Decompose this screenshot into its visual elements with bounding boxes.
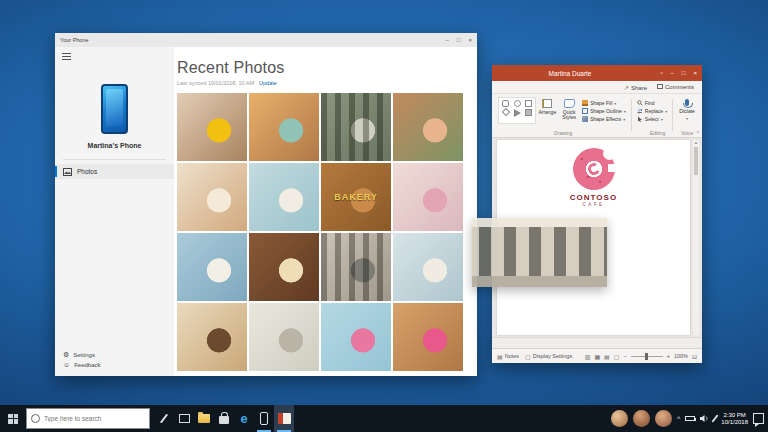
photo-bakery-interior[interactable] xyxy=(393,233,463,301)
hamburger-menu-icon[interactable] xyxy=(62,53,71,60)
ribbon-display-options-icon[interactable]: ▫ xyxy=(660,70,662,76)
your-phone-content: Recent Photos Last synced 10/01/2018, 10… xyxy=(174,47,477,376)
battery-icon[interactable] xyxy=(685,416,695,421)
your-phone-window: Your Phone – □ × Martina's Phone xyxy=(55,33,477,376)
shape-rounded-rect-icon[interactable] xyxy=(502,100,509,107)
normal-view-icon[interactable]: ▥ xyxy=(585,353,591,360)
sidebar-item-feedback[interactable]: ☺ Feedback xyxy=(55,361,174,368)
taskbar-clock[interactable]: 2:30 PM 10/1/2018 xyxy=(721,412,748,426)
start-button[interactable] xyxy=(0,405,26,432)
ribbon-group-divider xyxy=(631,99,632,131)
maximize-icon[interactable]: □ xyxy=(457,37,461,43)
zoom-slider[interactable] xyxy=(631,356,663,357)
fit-slide-icon[interactable]: ⊡ xyxy=(692,353,697,360)
shapes-gallery[interactable] xyxy=(498,97,536,124)
update-link[interactable]: Update xyxy=(259,80,277,86)
share-icon: ↗ xyxy=(624,85,629,91)
minimize-icon[interactable]: – xyxy=(446,37,449,43)
display-settings-button[interactable]: ▢ Display Settings xyxy=(525,353,572,360)
photo-cheesecake[interactable] xyxy=(177,233,247,301)
photo-baking-eggs[interactable] xyxy=(177,303,247,371)
photo-pink-donuts[interactable] xyxy=(393,163,463,231)
photo-flower-field[interactable] xyxy=(249,93,319,161)
action-center-icon[interactable] xyxy=(753,413,764,424)
photo-family-selfie[interactable] xyxy=(393,93,463,161)
cursor-icon xyxy=(637,116,643,122)
zoom-out-icon[interactable]: − xyxy=(623,353,626,359)
photo-dog-with-ball[interactable] xyxy=(177,93,247,161)
ribbon-group-drawing: Drawing xyxy=(554,130,572,136)
minimize-icon[interactable]: – xyxy=(671,70,674,76)
slide-sorter-icon[interactable]: ▦ xyxy=(594,353,600,360)
task-view-button[interactable] xyxy=(174,405,194,432)
ribbon-group-editing: Editing xyxy=(650,130,665,136)
search-input[interactable] xyxy=(44,415,139,422)
photo-cupcakes[interactable] xyxy=(249,233,319,301)
find-button[interactable]: Find xyxy=(637,100,667,106)
brand-subtitle: CAFE xyxy=(544,202,644,207)
photo-baking-flatlay[interactable] xyxy=(249,163,319,231)
powerpoint-taskbar-button[interactable] xyxy=(274,405,294,432)
shape-filled-icon[interactable] xyxy=(525,109,532,116)
people-avatar[interactable] xyxy=(655,410,672,427)
replace-button[interactable]: Replace ▾ xyxy=(637,108,667,114)
photo-two-donuts[interactable] xyxy=(321,303,391,371)
file-explorer-button[interactable] xyxy=(194,405,214,432)
select-button[interactable]: Select ▾ xyxy=(637,116,667,122)
tray-pen-icon[interactable] xyxy=(712,414,719,422)
close-icon[interactable]: × xyxy=(468,37,472,43)
photo-bakery-sign[interactable]: BAKERY xyxy=(321,163,391,231)
photo-feet-on-log[interactable] xyxy=(321,93,391,161)
windows-ink-button[interactable] xyxy=(154,405,174,432)
people-avatar[interactable] xyxy=(611,410,628,427)
show-hidden-icons-chevron[interactable]: ^ xyxy=(677,415,680,423)
photo-kitchen-tools[interactable] xyxy=(249,303,319,371)
device-name: Martina's Phone xyxy=(55,142,174,149)
volume-icon[interactable] xyxy=(700,414,709,423)
reading-view-icon[interactable]: ▤ xyxy=(604,353,610,360)
microsoft-store-button[interactable] xyxy=(214,405,234,432)
your-phone-titlebar[interactable]: Your Phone – □ × xyxy=(55,33,477,47)
maximize-icon[interactable]: □ xyxy=(682,70,686,76)
shape-arrow-icon[interactable] xyxy=(514,109,521,117)
scrollbar-thumb[interactable] xyxy=(694,147,698,175)
close-icon[interactable]: × xyxy=(693,70,697,76)
replace-icon xyxy=(637,108,643,114)
your-phone-window-title: Your Phone xyxy=(60,37,89,43)
task-view-icon xyxy=(179,414,190,423)
vertical-scrollbar[interactable]: ▲ xyxy=(693,140,699,335)
your-phone-taskbar-button[interactable] xyxy=(254,405,274,432)
shape-fill-button[interactable]: Shape Fill ▾ xyxy=(582,100,626,106)
comments-button[interactable]: Comments xyxy=(657,84,694,90)
dragged-photo-cafe-storefront[interactable] xyxy=(472,218,607,287)
shape-effects-button[interactable]: Shape Effects ▾ xyxy=(582,116,626,122)
scroll-up-icon[interactable]: ▲ xyxy=(693,140,699,145)
zoom-slider-thumb[interactable] xyxy=(645,353,648,360)
sidebar-item-settings[interactable]: ⚙ Settings xyxy=(55,351,174,358)
photo-beach-kids[interactable] xyxy=(177,163,247,231)
powerpoint-titlebar[interactable]: Martina Duarte ▫ – □ × xyxy=(492,65,702,81)
share-button[interactable]: ↗Share xyxy=(624,84,647,91)
slideshow-icon[interactable]: ▢ xyxy=(614,353,620,360)
edge-button[interactable]: e xyxy=(234,405,254,432)
microphone-icon xyxy=(685,99,689,106)
chevron-down-icon: ▾ xyxy=(665,109,667,114)
shape-diamond-icon[interactable] xyxy=(501,108,509,116)
photo-many-donuts[interactable] xyxy=(393,303,463,371)
zoom-in-icon[interactable]: + xyxy=(667,353,670,359)
people-avatar[interactable] xyxy=(633,410,650,427)
collapse-ribbon-icon[interactable]: ^ xyxy=(697,130,699,136)
powerpoint-window: Martina Duarte ▫ – □ × ↗Share Comments xyxy=(492,65,702,363)
shape-circle-icon[interactable] xyxy=(514,100,521,107)
taskbar-search[interactable] xyxy=(26,408,150,429)
notes-button[interactable]: ▤ Notes xyxy=(497,353,519,360)
shape-outline-button[interactable]: Shape Outline ▾ xyxy=(582,108,626,114)
sidebar-divider xyxy=(63,159,166,160)
edge-icon: e xyxy=(240,413,247,425)
shape-square-icon[interactable] xyxy=(525,100,532,107)
sidebar-item-photos[interactable]: Photos xyxy=(55,164,174,179)
taskbar: e ^ 2:30 PM 10/1/2018 xyxy=(0,405,768,432)
brand-name: CONTOSO xyxy=(544,193,644,202)
photo-cafe-storefront[interactable] xyxy=(321,233,391,301)
photos-icon xyxy=(63,168,72,176)
